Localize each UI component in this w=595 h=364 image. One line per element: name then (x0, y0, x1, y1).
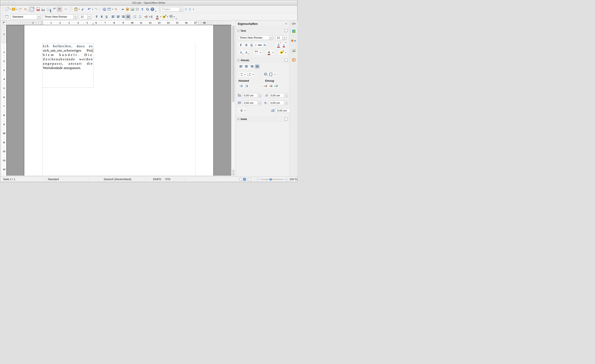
open-dropdown[interactable]: ▾ (16, 8, 18, 10)
font-name-combo[interactable]: Times New Roman ▼ (43, 14, 77, 19)
character-spacing-dropdown[interactable]: ▾ (259, 52, 261, 53)
selection-mode-status[interactable]: STD (165, 178, 170, 181)
text-section-header[interactable]: − Text (236, 28, 290, 33)
scroll-down-button[interactable]: ▼ (232, 173, 235, 175)
tab-stop-selector[interactable] (2, 21, 7, 25)
sidebar-menu-button[interactable]: ☰▾ (292, 22, 295, 25)
numbered-list-button[interactable]: 12 (132, 14, 137, 19)
text-frame[interactable]: Ich befürchte, dass essich_um_ein_schwie… (42, 43, 94, 88)
cut-button[interactable]: ✂ (64, 7, 68, 12)
paragraph-style-combo[interactable]: Standard ▼ (11, 14, 41, 19)
sidebar-increase-indent-button[interactable]: ▶ (263, 84, 268, 88)
undo-button[interactable]: ↶ (87, 7, 92, 12)
sidebar-font-name-value[interactable]: Times New Roman (238, 35, 269, 40)
decrease-indent-button[interactable]: ◀ (143, 14, 148, 19)
spacing-below-field[interactable]: 0,00 cm (242, 100, 258, 105)
email-button[interactable]: ✉➤ (23, 7, 28, 12)
background-color-dropdown[interactable]: ▾ (173, 16, 175, 18)
font-name-dropdown[interactable]: ▼ (73, 14, 77, 19)
increase-spacing-button[interactable]: ▲▼ (239, 84, 243, 88)
table-button[interactable] (107, 7, 112, 12)
indent-after-spinner[interactable]: ▲▼ (285, 100, 288, 105)
indent-before-field[interactable]: 0,00 cm (269, 93, 284, 98)
align-left-button[interactable] (111, 14, 116, 19)
first-line-indent-marker[interactable] (41, 21, 43, 23)
paste-dropdown[interactable]: ▾ (78, 8, 80, 10)
underline-button[interactable]: U (104, 14, 109, 19)
line-spacing-button[interactable]: ↕ (239, 108, 243, 113)
sidebar-bullets-button[interactable]: •• (239, 72, 243, 77)
spacing-above-spinner[interactable]: ▲▼ (259, 93, 262, 98)
sidebar-decrease-indent-button[interactable]: ◀ (269, 84, 273, 88)
indent-before-spinner[interactable]: ▲▼ (285, 93, 288, 98)
find-next-icon[interactable]: ⇩ (184, 8, 187, 11)
redo-button[interactable]: ↷ (93, 7, 99, 12)
highlighting-dropdown[interactable]: ▾ (167, 16, 169, 18)
page-preview-button[interactable] (46, 7, 50, 12)
vertical-scrollbar[interactable]: ▲ ▼ (232, 25, 235, 176)
character-dialog-launcher[interactable] (284, 29, 288, 32)
tab-gallery[interactable] (290, 47, 297, 54)
multi-page-view-button[interactable] (244, 178, 246, 181)
toolbar-drag-handle[interactable] (2, 7, 3, 12)
formatting-marks-button[interactable]: ¶ (140, 7, 145, 12)
background-color-button[interactable] (169, 14, 173, 19)
bullets-dropdown[interactable]: ▾ (244, 74, 246, 75)
new-document-button[interactable]: ✎ (4, 7, 9, 12)
zoom-slider-thumb[interactable] (269, 178, 272, 180)
find-replace-button[interactable]: ●● (120, 7, 125, 12)
collapse-icon[interactable]: − (237, 30, 239, 32)
page-count-status[interactable]: Seite 1 / 1 (3, 178, 15, 181)
zoom-button[interactable] (145, 7, 150, 12)
navigator-button[interactable] (125, 7, 130, 12)
zoom-in-button[interactable]: + (285, 178, 288, 181)
document-text-line[interactable]: angepasst, anstatt die (43, 61, 93, 66)
title-bar[interactable]: OO.odt – OpenOffice Writer (0, 0, 297, 6)
tab-styles[interactable]: ✱➤ (290, 37, 297, 44)
find-toolbar-handle[interactable] (159, 7, 160, 12)
page-dialog-launcher[interactable] (284, 118, 288, 120)
single-page-view-button[interactable] (240, 178, 242, 181)
bulleted-list-button[interactable]: •• (137, 14, 142, 19)
paste-button[interactable] (73, 7, 78, 12)
first-line-indent-field[interactable]: 0,00 cm (276, 108, 291, 113)
redo-dropdown[interactable]: ▾ (99, 8, 100, 10)
italic-button[interactable]: K (99, 14, 104, 19)
tab-properties[interactable] (290, 28, 297, 35)
spacing-above-field[interactable]: 0,00 cm (242, 93, 258, 98)
hyperlink-button[interactable] (102, 7, 107, 12)
sidebar-bold-button[interactable]: F (239, 43, 243, 47)
formatting-toolbar-overflow[interactable]: ▾ (175, 18, 177, 20)
font-name-value[interactable]: Times New Roman (43, 14, 73, 19)
insert-mode-status[interactable]: EINFG (153, 178, 161, 181)
sidebar-justify-button[interactable] (255, 64, 259, 69)
line-spacing-dropdown[interactable]: ▾ (244, 110, 246, 112)
document-text-line[interactable]: blem handelt. Die (43, 53, 93, 57)
strikethrough-button[interactable]: ABC (257, 43, 262, 47)
document-text-line[interactable]: sich_um_ein_schwieriges Pro- (43, 48, 93, 53)
align-right-button[interactable] (120, 14, 126, 19)
sidebar-highlighting-button[interactable]: ab (279, 50, 284, 55)
subscript-button[interactable]: A▼ (244, 50, 249, 55)
sidebar-align-right-button[interactable] (249, 64, 254, 69)
numbering-dropdown[interactable]: ▾ (252, 74, 254, 75)
sidebar-underline-button[interactable]: U (249, 43, 254, 47)
sidebar-align-left-button[interactable] (239, 64, 243, 69)
document-text-line[interactable]: Zeichenabstände werden (43, 57, 93, 61)
change-case-button[interactable]: AA (263, 43, 268, 47)
print-button[interactable] (41, 7, 46, 12)
font-size-value[interactable]: 12 (79, 14, 87, 19)
sidebar-font-size-value[interactable]: 12 (275, 35, 283, 40)
find-dropdown[interactable]: ▼ (179, 7, 183, 12)
document-text-line[interactable]: Ich befürchte, dass es (43, 44, 93, 48)
switch-indent-button[interactable]: ▶ (274, 84, 278, 88)
expand-icon[interactable]: + (237, 118, 239, 120)
copy-button[interactable] (68, 7, 73, 12)
character-spacing-button[interactable]: A∕V↔ (254, 50, 259, 55)
paragraph-dialog-launcher[interactable] (284, 59, 288, 61)
undo-dropdown[interactable]: ▾ (92, 8, 93, 10)
spacing-below-spinner[interactable]: ▲▼ (259, 100, 262, 105)
highlighting-button[interactable]: ab (162, 14, 167, 19)
align-center-button[interactable] (116, 14, 120, 19)
help-button[interactable]: ? (150, 7, 155, 12)
